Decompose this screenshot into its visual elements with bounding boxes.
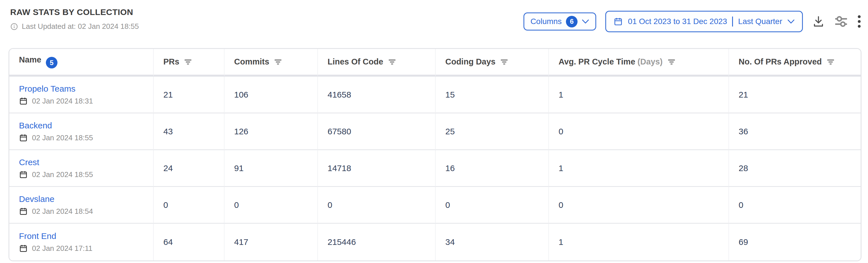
date-range-divider: [732, 17, 733, 27]
chevron-down-icon: [787, 19, 795, 24]
cell-prs-approved: 36: [739, 127, 748, 136]
download-button[interactable]: [812, 15, 825, 28]
collection-link[interactable]: Propelo Teams: [19, 84, 75, 94]
filter-icon[interactable]: [274, 59, 282, 65]
cell-coding-days: 16: [445, 163, 455, 173]
cell-prs: 64: [163, 237, 173, 246]
header-left: RAW STATS BY COLLECTION Last Updated at:…: [10, 7, 139, 31]
header-controls: Columns 6 01 Oct 2023 to 31 Dec 2023 Las…: [523, 11, 861, 32]
collection-link[interactable]: Backend: [19, 121, 52, 130]
cell-prs-approved: 0: [739, 200, 743, 209]
row-updated-at: 02 Jan 2024 18:54: [32, 207, 93, 216]
cell-lines-of-code: 67580: [328, 127, 351, 136]
more-options-button[interactable]: [857, 14, 861, 29]
name-cell: Backend 02 Jan 2024 18:55: [9, 113, 154, 150]
table-row: Propelo Teams 02 Jan 2024 18:31 21 106 4…: [9, 77, 861, 113]
table-settings-button[interactable]: [834, 14, 848, 29]
column-label: Coding Days: [445, 57, 495, 66]
info-icon: [10, 23, 18, 31]
collection-link[interactable]: Devslane: [19, 194, 54, 204]
column-label: Commits: [234, 57, 269, 66]
cell-commits: 0: [234, 200, 239, 209]
collection-link[interactable]: Front End: [19, 231, 56, 241]
cell-coding-days: 25: [445, 127, 455, 136]
cell-avg-pr-cycle-time: 0: [559, 200, 563, 209]
column-label: No. Of PRs Approved: [739, 57, 822, 66]
filter-icon[interactable]: [827, 59, 834, 65]
cell-lines-of-code: 14718: [328, 163, 351, 173]
page-title: RAW STATS BY COLLECTION: [10, 7, 139, 17]
cell-prs: 24: [163, 163, 173, 173]
calendar-icon: [614, 17, 623, 26]
cell-lines-of-code: 215446: [328, 237, 356, 246]
row-updated-at: 02 Jan 2024 18:31: [32, 97, 93, 105]
calendar-icon: [19, 133, 28, 142]
name-cell: Front End 02 Jan 2024 17:11: [9, 224, 154, 260]
cell-prs: 21: [163, 90, 173, 99]
filter-icon[interactable]: [500, 59, 508, 65]
raw-stats-table: Name5 PRs Commits Lines Of Code Coding D…: [8, 48, 862, 261]
filter-icon[interactable]: [184, 59, 192, 65]
cell-avg-pr-cycle-time: 0: [559, 127, 563, 136]
table-row: Backend 02 Jan 2024 18:55 43 126 67580 2…: [9, 113, 861, 150]
columns-button-label: Columns: [531, 17, 562, 26]
column-header-commits: Commits: [224, 49, 318, 77]
date-range-text: 01 Oct 2023 to 31 Dec 2023: [628, 17, 727, 26]
cell-coding-days: 34: [445, 237, 455, 246]
page-header: RAW STATS BY COLLECTION Last Updated at:…: [0, 0, 868, 32]
cell-coding-days: 15: [445, 90, 455, 99]
column-header-name: Name5: [9, 49, 154, 77]
kebab-menu-icon: [857, 14, 861, 29]
cell-avg-pr-cycle-time: 1: [559, 90, 563, 99]
date-preset-label: Last Quarter: [738, 17, 782, 26]
table-row: Front End 02 Jan 2024 17:11 64 417 21544…: [9, 224, 861, 260]
cell-prs-approved: 28: [739, 163, 748, 173]
cell-commits: 91: [234, 163, 244, 173]
row-updated-at: 02 Jan 2024 17:11: [32, 244, 92, 253]
column-header-prs: PRs: [154, 49, 224, 77]
column-header-coding-days: Coding Days: [436, 49, 549, 77]
cell-commits: 106: [234, 90, 248, 99]
cell-prs-approved: 69: [739, 237, 748, 246]
filter-icon[interactable]: [389, 59, 396, 65]
name-cell: Devslane 02 Jan 2024 18:54: [9, 187, 154, 224]
column-label: PRs: [163, 57, 179, 66]
columns-button[interactable]: Columns 6: [523, 12, 596, 31]
column-label: Avg. PR Cycle Time: [559, 57, 635, 66]
chevron-down-icon: [582, 19, 589, 24]
cell-commits: 417: [234, 237, 248, 246]
cell-prs: 0: [163, 200, 168, 209]
calendar-icon: [19, 244, 28, 253]
calendar-icon: [19, 207, 28, 216]
column-label: Name: [19, 55, 41, 64]
name-cell: Propelo Teams 02 Jan 2024 18:31: [9, 77, 154, 113]
cell-prs-approved: 21: [739, 90, 748, 99]
download-icon: [812, 15, 825, 28]
name-cell: Crest 02 Jan 2024 18:55: [9, 150, 154, 187]
name-count-badge: 5: [46, 57, 58, 68]
collection-link[interactable]: Crest: [19, 158, 39, 167]
calendar-icon: [19, 170, 28, 179]
date-range-button[interactable]: 01 Oct 2023 to 31 Dec 2023 Last Quarter: [605, 11, 803, 32]
column-header-avg-pr-cycle-time: Avg. PR Cycle Time (Days): [549, 49, 729, 77]
table-row: Devslane 02 Jan 2024 18:54 0 0 0 0 0 0: [9, 187, 861, 224]
table-header-row: Name5 PRs Commits Lines Of Code Coding D…: [9, 49, 861, 77]
column-header-lines-of-code: Lines Of Code: [318, 49, 436, 77]
cell-prs: 43: [163, 127, 173, 136]
cell-lines-of-code: 0: [328, 200, 332, 209]
row-updated-at: 02 Jan 2024 18:55: [32, 133, 93, 142]
cell-coding-days: 0: [445, 200, 450, 209]
last-updated-text: Last Updated at: 02 Jan 2024 18:55: [22, 22, 139, 31]
column-header-prs-approved: No. Of PRs Approved: [729, 49, 861, 77]
table-row: Crest 02 Jan 2024 18:55 24 91 14718 16 1…: [9, 150, 861, 187]
sliders-icon: [834, 14, 848, 29]
column-label: Lines Of Code: [328, 57, 383, 66]
columns-count-badge: 6: [566, 16, 578, 27]
filter-icon[interactable]: [668, 59, 675, 65]
cell-avg-pr-cycle-time: 1: [559, 237, 563, 246]
calendar-icon: [19, 97, 28, 105]
cell-lines-of-code: 41658: [328, 90, 351, 99]
column-label-sub: (Days): [638, 57, 663, 66]
cell-avg-pr-cycle-time: 1: [559, 163, 563, 173]
row-updated-at: 02 Jan 2024 18:55: [32, 170, 93, 179]
